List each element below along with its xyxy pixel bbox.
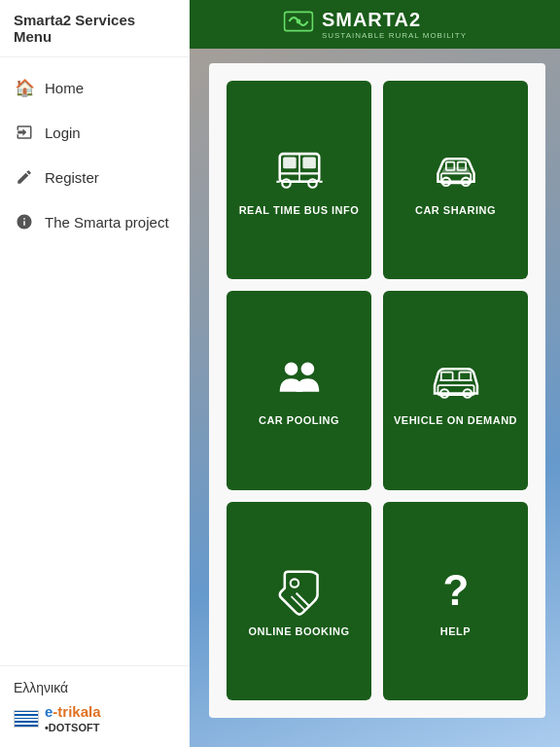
help-button[interactable]: ? HELP xyxy=(383,502,528,700)
van-icon xyxy=(430,354,482,407)
car-pooling-label: CAR POOLING xyxy=(259,414,339,426)
car-sharing-label: CAR SHARING xyxy=(415,204,496,216)
svg-rect-20 xyxy=(440,373,452,380)
sidebar-item-login-label: Login xyxy=(45,124,81,141)
real-time-bus-button[interactable]: REAL TIME BUS INFO xyxy=(227,81,371,279)
help-label: HELP xyxy=(440,625,471,637)
sidebar-item-smarta-label: The Smarta project xyxy=(45,214,169,231)
main-card: REAL TIME BUS INFO CAR SHARING xyxy=(209,63,545,718)
sidebar-item-smarta[interactable]: The Smarta project xyxy=(0,199,190,244)
vehicle-on-demand-label: VEHICLE ON DEMAND xyxy=(394,414,517,426)
sidebar-title: Smarta2 Services Menu xyxy=(0,0,190,57)
svg-rect-21 xyxy=(459,373,471,380)
sidebar-item-register-label: Register xyxy=(45,169,99,186)
login-icon xyxy=(14,122,35,143)
car-sharing-icon xyxy=(430,144,482,196)
help-icon: ? xyxy=(430,565,482,618)
svg-text:?: ? xyxy=(442,565,469,613)
header-brand: SMARTA2 SUSTAINABLE RURAL MOBILITY xyxy=(322,9,467,40)
vehicle-on-demand-button[interactable]: VEHICLE ON DEMAND xyxy=(383,291,528,489)
svg-point-17 xyxy=(284,363,298,376)
brand-tagline: SUSTAINABLE RURAL MOBILITY xyxy=(322,31,467,40)
car-pooling-button[interactable]: CAR POOLING xyxy=(227,291,371,489)
svg-point-24 xyxy=(290,579,298,587)
sidebar-item-home-label: Home xyxy=(45,80,84,96)
brand-name: SMARTA2 xyxy=(322,9,421,31)
info-icon xyxy=(14,211,35,232)
greek-flag xyxy=(14,710,39,728)
home-icon: 🏠 xyxy=(14,77,35,98)
svg-rect-3 xyxy=(283,158,297,169)
svg-point-18 xyxy=(300,363,314,376)
header-logo-icon xyxy=(283,6,314,44)
sidebar-footer: Ελληνικά e-trikala •DOTSOFT xyxy=(0,665,190,747)
dotsoft-logo: •DOTSOFT xyxy=(45,722,101,733)
header: SMARTA2 SUSTAINABLE RURAL MOBILITY xyxy=(190,0,560,49)
sidebar-nav: 🏠 Home Login Register The Smarta project xyxy=(0,57,190,665)
sidebar-item-login[interactable]: Login xyxy=(0,110,190,155)
sidebar: Smarta2 Services Menu 🏠 Home Login Regis… xyxy=(0,0,190,747)
sidebar-item-home[interactable]: 🏠 Home xyxy=(0,65,190,110)
carpooling-icon xyxy=(273,354,326,407)
logos-container: e-trikala •DOTSOFT xyxy=(14,703,176,733)
online-booking-label: ONLINE BOOKING xyxy=(248,625,349,637)
real-time-bus-label: REAL TIME BUS INFO xyxy=(239,204,360,216)
bus-icon xyxy=(273,144,326,196)
register-icon xyxy=(14,166,35,188)
svg-rect-4 xyxy=(302,158,316,169)
tag-icon xyxy=(273,565,326,618)
etrikala-logo: e-trikala xyxy=(45,703,101,720)
svg-point-1 xyxy=(297,18,301,23)
car-sharing-button[interactable]: CAR SHARING xyxy=(383,81,528,279)
language-label[interactable]: Ελληνικά xyxy=(14,680,176,695)
sidebar-item-register[interactable]: Register xyxy=(0,155,190,199)
services-grid: REAL TIME BUS INFO CAR SHARING xyxy=(227,81,528,700)
online-booking-button[interactable]: ONLINE BOOKING xyxy=(227,502,371,700)
